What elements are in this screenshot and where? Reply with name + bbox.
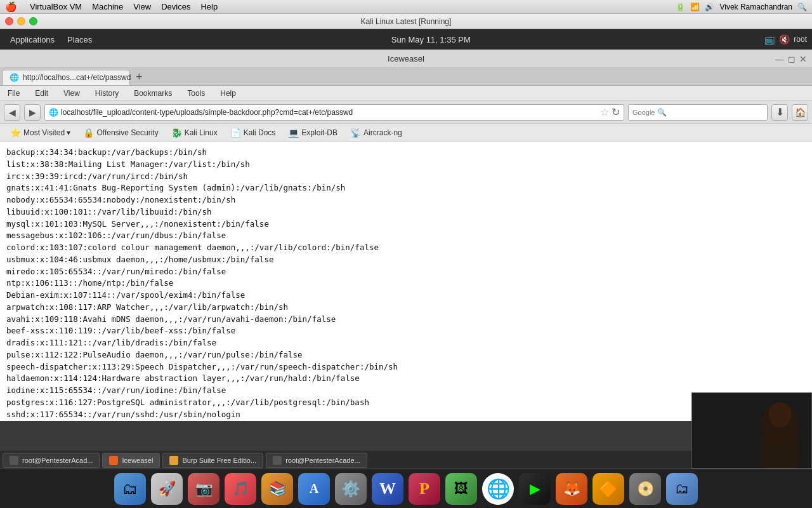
menu-history[interactable]: History [93, 88, 121, 99]
content-line: gnats:x:41:41:Gnats Bug-Reporting System… [6, 182, 806, 194]
bookmark-kali-docs[interactable]: 📄 Kali Docs [225, 126, 281, 139]
panel-right: 📺 🔇 root [764, 34, 807, 44]
minimize-button[interactable] [17, 17, 25, 25]
browser-close[interactable]: ✕ [799, 54, 807, 64]
menu-view[interactable]: View [61, 88, 82, 99]
browser-content[interactable]: backup:x:34:34:backup:/var/backups:/bin/… [0, 142, 812, 421]
reload-button[interactable]: ↻ [612, 106, 620, 118]
url-icon: 🌐 [49, 108, 58, 117]
address-bar: ◀ ▶ 🌐 localhost/file_upload/content-type… [0, 101, 812, 124]
browser-maximize[interactable]: ◻ [788, 54, 796, 64]
menu-edit[interactable]: Edit [32, 88, 51, 99]
task-label: root@PentesterAcad... [22, 457, 93, 464]
dock-terminal[interactable]: ▶ [519, 473, 551, 505]
dock-vlc[interactable]: 🔶 [593, 473, 624, 505]
new-tab-button[interactable]: + [131, 69, 148, 85]
dock-settings[interactable]: ⚙️ [335, 473, 367, 505]
dock-image[interactable]: 🖼 [445, 473, 477, 505]
dock-music[interactable]: 🎵 [225, 473, 256, 505]
wifi-icon: 📶 [690, 3, 700, 11]
dock-books[interactable]: 📚 [261, 473, 293, 505]
menu-machine[interactable]: Machine [92, 2, 123, 11]
browser-minimize[interactable]: — [775, 54, 784, 64]
webcam-feed [692, 393, 811, 468]
content-line: haldaemon:x:114:124:Hardware abstraction… [6, 373, 806, 385]
content-line: beef-xss:x:110:119::/var/lib/beef-xss:/b… [6, 325, 806, 337]
task-terminal2[interactable]: root@PentesterAcade... [266, 453, 367, 468]
download-button[interactable]: ⬇ [771, 104, 788, 121]
dock-appstore[interactable]: A [298, 473, 330, 505]
network-icon: 📺 [764, 34, 775, 44]
browser-window: Iceweasel — ◻ ✕ 🌐 http://localhos...cat+… [0, 50, 812, 421]
menu-file[interactable]: File [5, 88, 22, 99]
bookmark-kali-linux[interactable]: 🐉 Kali Linux [166, 126, 223, 139]
menu-bookmarks[interactable]: Bookmarks [131, 88, 174, 99]
task-iceweasel[interactable]: Iceweasel [102, 453, 160, 468]
bookmark-exploit-db[interactable]: 💻 Exploit-DB [283, 126, 343, 139]
content-line: redsocks:x:118:128::/var/run/redsocks:/b… [6, 420, 806, 421]
apple-menu[interactable]: 🍎 [5, 1, 17, 13]
menu-help[interactable]: Help [200, 2, 218, 11]
close-button[interactable] [5, 17, 13, 25]
maximize-button[interactable] [29, 17, 37, 25]
home-button[interactable]: 🏠 [792, 104, 808, 121]
kali-taskbar: root@PentesterAcad... Iceweasel Burp Sui… [0, 451, 812, 470]
content-line: pulse:x:112:122:PulseAudio daemon,,,:/va… [6, 349, 806, 361]
bm-icon-os: 🔒 [83, 128, 94, 138]
url-text: localhost/file_upload/content-type/uploa… [61, 108, 598, 117]
content-line: nobody:x:65534:65534:nobody:/nonexistent… [6, 194, 806, 206]
dock-chrome[interactable]: 🌐 [482, 473, 514, 505]
task-burpsuite[interactable]: Burp Suite Free Editio... [162, 453, 263, 468]
dock-photo-viewer[interactable]: 📷 [188, 473, 219, 505]
svg-point-2 [769, 402, 792, 427]
forward-button[interactable]: ▶ [24, 104, 41, 121]
menu-help[interactable]: Help [218, 88, 239, 99]
bookmarks-bar: ⭐ Most Visited ▾ 🔒 Offensive Security 🐉 … [0, 124, 812, 142]
dock: 🗂 🚀 📷 🎵 📚 A ⚙️ W P 🖼 🌐 ▶ 🦊 🔶 📀 🗂 [0, 469, 812, 508]
places-menu[interactable]: Places [62, 34, 97, 46]
bm-label-kali: Kali Linux [185, 128, 218, 137]
bookmark-aircrack[interactable]: 📡 Aircrack-ng [345, 126, 407, 139]
bm-label-aircrack: Aircrack-ng [363, 128, 402, 137]
bookmark-most-visited[interactable]: ⭐ Most Visited ▾ [5, 126, 75, 139]
user-name: Vivek Ramachandran [719, 3, 792, 11]
bm-icon-docs: 📄 [230, 128, 241, 138]
task-label: root@PentesterAcade... [285, 457, 360, 464]
bm-icon-aircrack: 📡 [350, 128, 361, 138]
content-line: usbmux:x:104:46:usbmux daemon,,,:/home/u… [6, 254, 806, 266]
tab-icon: 🌐 [10, 73, 19, 82]
search-icon[interactable]: 🔍 [797, 3, 807, 11]
menu-tools[interactable]: Tools [185, 88, 207, 99]
url-bar[interactable]: 🌐 localhost/file_upload/content-type/upl… [44, 104, 624, 121]
dock-finder[interactable]: 🗂 [114, 473, 146, 505]
menu-virtualboxvm[interactable]: VirtualBox VM [30, 2, 82, 11]
bm-label-exploit: Exploit-DB [301, 128, 337, 137]
content-line: list:x:38:38:Mailing List Manager:/var/l… [6, 159, 806, 171]
bm-label: Most Visited ▾ [23, 128, 70, 137]
battery-icon: 🔋 [676, 3, 685, 11]
bookmark-star[interactable]: ☆ [600, 106, 609, 118]
search-engine-label: Google [632, 109, 655, 116]
back-button[interactable]: ◀ [4, 104, 20, 121]
dock-impress[interactable]: P [409, 473, 440, 505]
menu-devices[interactable]: Devices [161, 2, 190, 11]
browser-tab-passwd[interactable]: 🌐 http://localhos...cat+/etc/passwd [3, 70, 129, 85]
search-bar[interactable]: Google 🔍 [628, 104, 768, 121]
bm-icon-kali: 🐉 [171, 128, 182, 138]
dock-dvd-player[interactable]: 📀 [629, 473, 661, 505]
browser-menubar: File Edit View History Bookmarks Tools H… [0, 86, 812, 101]
dock-finder2[interactable]: 🗂 [666, 473, 698, 505]
content-line: sshd:x:117:65534::/var/run/sshd:/usr/sbi… [6, 409, 806, 421]
task-label: Iceweasel [122, 457, 153, 464]
dock-firefox[interactable]: 🦊 [556, 473, 587, 505]
user-label: root [794, 35, 807, 44]
menu-view[interactable]: View [133, 2, 151, 11]
task-terminal1[interactable]: root@PentesterAcad... [3, 453, 100, 468]
content-line: iodine:x:115:65534::/var/run/iodine:/bin… [6, 385, 806, 397]
applications-menu[interactable]: Applications [5, 34, 60, 46]
dock-launchpad[interactable]: 🚀 [151, 473, 183, 505]
sound-icon: 🔇 [779, 34, 790, 44]
dock-writer[interactable]: W [372, 473, 403, 505]
bookmark-offensive-security[interactable]: 🔒 Offensive Security [78, 126, 163, 139]
browser-title: Iceweasel [388, 54, 424, 64]
